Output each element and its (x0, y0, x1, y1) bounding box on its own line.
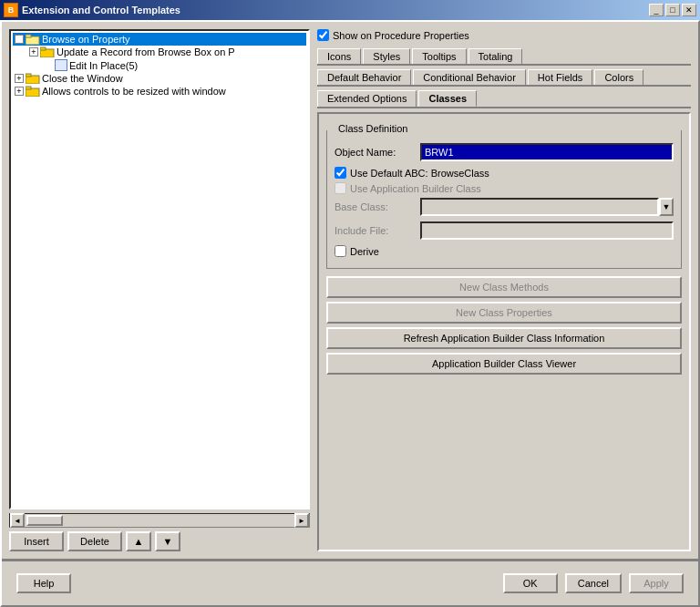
derive-checkbox[interactable] (335, 245, 346, 257)
use-default-abc-row: Use Default ABC: BrowseClass (335, 167, 674, 179)
content-area: - Browse on Property + (2, 22, 698, 559)
tab-extended-options[interactable]: Extended Options (317, 90, 417, 107)
object-name-label: Object Name: (335, 147, 417, 158)
tab-default-behavior[interactable]: Default Behavior (317, 69, 411, 85)
tree-label-4: Close the Window (42, 73, 123, 84)
tree-container[interactable]: - Browse on Property + (9, 29, 310, 509)
tab-styles[interactable]: Styles (363, 48, 410, 64)
scroll-right-arrow[interactable]: ► (294, 513, 309, 528)
tree-toggle-5[interactable]: + (15, 87, 24, 96)
left-panel: - Browse on Property + (9, 29, 310, 551)
up-button[interactable]: ▲ (126, 531, 151, 551)
dialog: - Browse on Property + (0, 20, 700, 607)
include-file-label: Include File: (335, 225, 417, 236)
tree-horizontal-scrollbar[interactable]: ◄ ► (9, 513, 310, 528)
tabs-row-1: Icons Styles Tooltips Totaling (317, 48, 691, 66)
new-class-properties-button[interactable]: New Class Properties (326, 302, 682, 324)
svg-rect-1 (26, 35, 31, 37)
tree-toggle-1[interactable]: - (15, 35, 24, 44)
base-class-label: Base Class: (335, 201, 417, 212)
app-builder-viewer-button[interactable]: Application Builder Class Viewer (326, 353, 682, 375)
apply-button[interactable]: Apply (629, 573, 684, 593)
tabs-row-3: Extended Options Classes (317, 90, 691, 108)
title-bar-buttons: _ □ ✕ (649, 4, 696, 16)
svg-rect-7 (26, 87, 31, 89)
object-name-row: Object Name: (335, 143, 674, 161)
tree-item-3[interactable]: Edit In Place(5) (13, 58, 306, 72)
tree-item-1[interactable]: - Browse on Property (13, 33, 306, 46)
left-buttons: Insert Delete ▲ ▼ (9, 531, 310, 551)
tab-hot-fields[interactable]: Hot Fields (528, 69, 593, 85)
show-on-procedure-checkbox[interactable] (317, 29, 329, 41)
folder-closed-icon-3 (26, 86, 40, 97)
folder-closed-icon (40, 46, 55, 57)
scroll-track (25, 514, 294, 527)
folder-closed-icon-2 (26, 73, 40, 84)
base-class-wrapper: ▼ (420, 198, 674, 216)
close-button[interactable]: ✕ (682, 4, 696, 16)
class-buttons-area: New Class Methods New Class Properties R… (326, 276, 682, 378)
derive-row: Derive (335, 245, 674, 257)
app-icon: B (4, 3, 18, 17)
show-on-procedure-row: Show on Procedure Properties (317, 29, 691, 41)
small-doc-icon (55, 59, 67, 71)
tree-item-4[interactable]: + Close the Window (13, 72, 306, 85)
show-on-procedure-label: Show on Procedure Properties (333, 30, 469, 41)
title-bar-text: Extension and Control Templates (22, 5, 649, 15)
include-file-input[interactable] (420, 221, 674, 240)
tree-label-5: Allows controls to be resized with windo… (42, 86, 226, 97)
tabs-row-2: Default Behavior Conditional Behavior Ho… (317, 69, 691, 87)
cancel-button[interactable]: Cancel (565, 573, 622, 593)
base-class-input[interactable] (420, 198, 659, 216)
tab-classes[interactable]: Classes (418, 90, 477, 107)
tree-label-2: Update a Record from Browse Box on P (57, 46, 235, 57)
tree-toggle-4[interactable]: + (15, 74, 24, 83)
right-panel: Show on Procedure Properties Icons Style… (317, 29, 691, 551)
class-definition-group: Class Definition Object Name: Use Defaul… (326, 130, 682, 269)
tab-content-classes: Class Definition Object Name: Use Defaul… (317, 112, 691, 551)
scroll-left-arrow[interactable]: ◄ (10, 513, 25, 528)
bottom-bar: Help OK Cancel Apply (2, 560, 698, 605)
title-bar: B Extension and Control Templates _ □ ✕ (0, 0, 700, 20)
object-name-input[interactable] (420, 143, 674, 161)
svg-rect-5 (26, 74, 31, 77)
include-file-row: Include File: (335, 221, 674, 240)
base-class-dropdown-btn[interactable]: ▼ (659, 198, 674, 216)
use-app-builder-checkbox[interactable] (335, 182, 346, 194)
use-app-builder-row: Use Application Builder Class (335, 182, 674, 194)
ok-button[interactable]: OK (503, 573, 558, 593)
use-app-builder-label: Use Application Builder Class (350, 183, 481, 194)
insert-button[interactable]: Insert (9, 531, 64, 551)
tree-toggle-2[interactable]: + (29, 47, 38, 57)
refresh-app-builder-button[interactable]: Refresh Application Builder Class Inform… (326, 327, 682, 349)
down-button[interactable]: ▼ (155, 531, 180, 551)
tree-item-2[interactable]: + Update a Record from Browse Box on P (13, 46, 306, 58)
tree-label-1: Browse on Property (42, 34, 130, 45)
folder-open-icon (26, 34, 40, 45)
derive-label: Derive (350, 246, 379, 257)
tree-item-5[interactable]: + Allows controls to be resized with win… (13, 85, 306, 98)
svg-rect-3 (40, 47, 46, 50)
new-class-methods-button[interactable]: New Class Methods (326, 276, 682, 298)
class-definition-label: Class Definition (335, 123, 411, 134)
scroll-thumb[interactable] (26, 515, 63, 526)
tab-icons[interactable]: Icons (317, 48, 361, 64)
tab-colors[interactable]: Colors (594, 69, 643, 85)
help-button[interactable]: Help (16, 573, 71, 593)
tab-tooltips[interactable]: Tooltips (412, 48, 466, 64)
tree-label-3: Edit In Place(5) (69, 60, 138, 71)
use-default-abc-checkbox[interactable] (335, 167, 346, 179)
maximize-button[interactable]: □ (665, 4, 680, 16)
use-default-abc-label: Use Default ABC: BrowseClass (350, 168, 489, 179)
tab-totaling[interactable]: Totaling (468, 48, 523, 64)
minimize-button[interactable]: _ (649, 4, 664, 16)
tab-conditional-behavior[interactable]: Conditional Behavior (413, 69, 526, 85)
bottom-left: Help (16, 573, 71, 593)
base-class-row: Base Class: ▼ (335, 198, 674, 216)
delete-button[interactable]: Delete (67, 531, 122, 551)
